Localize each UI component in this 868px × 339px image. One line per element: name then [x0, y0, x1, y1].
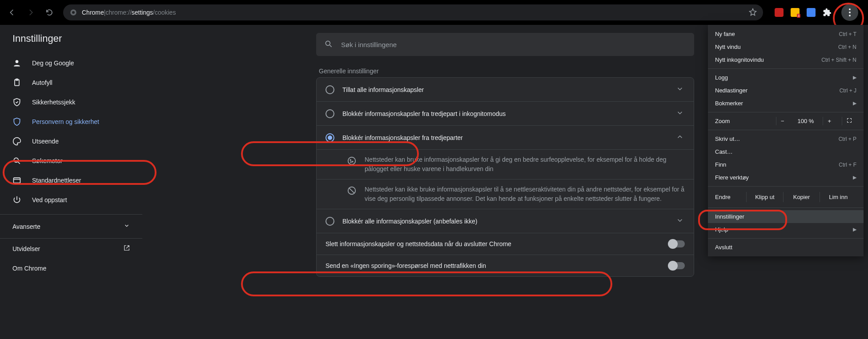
menu-new-tab[interactable]: Ny fane Ctrl + T	[708, 28, 864, 40]
menu-copy-button[interactable]: Kopier	[783, 192, 820, 202]
menu-label: Bokmerker	[715, 100, 743, 107]
radio-icon[interactable]	[326, 217, 334, 226]
option-label: Blokkér informasjonskapsler fra tredjepa…	[342, 110, 668, 117]
menu-label: Finn	[715, 161, 726, 168]
extensions-puzzle-icon[interactable]	[823, 8, 832, 17]
menu-downloads[interactable]: Nedlastinger Ctrl + J	[708, 84, 864, 97]
menu-label: Innstillinger	[715, 213, 744, 220]
option-description-1: Nettsteder kan bruke informasjonskapsler…	[317, 150, 694, 179]
menu-label: Avslutt	[715, 244, 732, 251]
menu-zoom-row: Zoom − 100 % +	[708, 115, 864, 128]
menu-new-window[interactable]: Nytt vindu Ctrl + N	[708, 40, 864, 53]
address-bar[interactable]: Chrome | chrome://settings/cookies	[63, 4, 763, 20]
submenu-arrow-icon: ▶	[853, 100, 856, 106]
sidebar-extensions-link[interactable]: Utvidelser	[0, 238, 142, 259]
search-icon	[12, 156, 21, 165]
fullscreen-button[interactable]	[842, 117, 856, 125]
menu-label: Nytt vindu	[715, 44, 741, 50]
sidebar-advanced-toggle[interactable]: Avanserte	[0, 214, 142, 238]
chrome-main-menu: Ny fane Ctrl + T Nytt vindu Ctrl + N Nyt…	[708, 25, 864, 256]
option-block-all[interactable]: Blokkér alle informasjonskapsler (anbefa…	[317, 209, 694, 233]
ublock-icon[interactable]	[775, 8, 784, 17]
option-block-incognito[interactable]: Blokkér informasjonskapsler fra tredjepa…	[317, 102, 694, 126]
sidebar-item-you-and-google[interactable]: Deg og Google	[0, 53, 134, 73]
zoom-value: 100 %	[795, 118, 817, 124]
settings-search[interactable]: Søk i innstillingene	[316, 33, 694, 56]
submenu-arrow-icon: ▶	[853, 75, 856, 80]
submenu-arrow-icon: ▶	[853, 227, 856, 232]
sidebar-item-on-startup[interactable]: Ved oppstart	[0, 190, 134, 210]
palette-icon	[12, 137, 21, 146]
sidebar-item-search-engine[interactable]: Søkemotor	[0, 151, 134, 171]
menu-cut-button[interactable]: Klipp ut	[746, 192, 783, 202]
sidebar-about-link[interactable]: Om Chrome	[0, 259, 142, 278]
menu-cast[interactable]: Cast…	[708, 145, 864, 158]
zoom-out-button[interactable]: −	[776, 117, 789, 125]
sidebar-item-default-browser[interactable]: Standardnettleser	[0, 171, 134, 190]
chevron-down-icon[interactable]	[676, 85, 685, 94]
option-clear-on-exit[interactable]: Slett informasjonskapsler og nettstedsda…	[317, 233, 694, 255]
settings-sidebar: Innstillinger Deg og Google Autofyll Sik…	[0, 25, 142, 339]
forward-button[interactable]	[23, 5, 38, 20]
sidebar-item-appearance[interactable]: Utseende	[0, 132, 134, 151]
chrome-menu-button[interactable]	[841, 4, 858, 21]
option-do-not-track[interactable]: Send en «Ingen sporing»-forespørsel med …	[317, 255, 694, 276]
menu-separator	[708, 207, 864, 208]
menu-edit-row: Endre Klipp ut Kopier Lim inn	[708, 189, 864, 205]
chevron-down-icon[interactable]	[676, 216, 685, 226]
sidebar-about-label: Om Chrome	[12, 265, 46, 272]
radio-icon[interactable]	[326, 109, 334, 118]
menu-zoom-label: Zoom	[715, 118, 730, 124]
menu-history[interactable]: Logg ▶	[708, 71, 864, 84]
menu-shortcut: Ctrl + T	[839, 31, 856, 37]
option-block-third-party[interactable]: Blokkér informasjonskapsler fra tredjepa…	[317, 126, 694, 150]
menu-settings[interactable]: Innstillinger	[708, 210, 864, 223]
toggle-switch[interactable]	[669, 240, 685, 247]
reload-button[interactable]	[42, 5, 57, 20]
extension-icon-2[interactable]: 3	[791, 8, 800, 17]
option-allow-all[interactable]: Tillat alle informasjonskapsler	[317, 78, 694, 102]
sidebar-item-label: Deg og Google	[32, 60, 74, 67]
shield-icon	[12, 117, 21, 126]
url-text: chrome://settings/cookies	[105, 9, 176, 16]
sidebar-item-autofill[interactable]: Autofyll	[0, 73, 134, 92]
menu-separator	[708, 112, 864, 112]
back-button[interactable]	[4, 5, 20, 20]
menu-print[interactable]: Skriv ut… Ctrl + P	[708, 132, 864, 145]
menu-paste-button[interactable]: Lim inn	[820, 192, 856, 202]
block-icon	[347, 186, 357, 203]
power-icon	[12, 195, 21, 204]
menu-quit[interactable]: Avslutt	[708, 241, 864, 254]
radio-icon-checked[interactable]	[326, 133, 334, 142]
chevron-up-icon[interactable]	[676, 133, 685, 142]
sidebar-item-label: Søkemotor	[32, 157, 62, 164]
sidebar-item-safety-check[interactable]: Sikkerhetssjekk	[0, 92, 134, 112]
menu-label: Cast…	[715, 148, 733, 155]
svg-point-12	[350, 160, 351, 160]
sidebar-item-label: Sikkerhetssjekk	[32, 99, 75, 106]
description-text: Nettsteder kan ikke bruke informasjonska…	[365, 185, 685, 203]
bookmark-star-icon[interactable]	[749, 8, 757, 17]
svg-point-2	[849, 8, 851, 10]
menu-bookmarks[interactable]: Bokmerker ▶	[708, 97, 864, 110]
option-label: Blokkér informasjonskapsler fra tredjepa…	[342, 134, 668, 141]
menu-incognito[interactable]: Nytt inkognitovindu Ctrl + Shift + N	[708, 53, 864, 66]
shield-check-icon	[12, 98, 21, 107]
menu-help[interactable]: Hjelp ▶	[708, 223, 864, 236]
zoom-in-button[interactable]: +	[823, 117, 836, 125]
extension-icon-3[interactable]	[807, 8, 816, 17]
svg-point-3	[849, 12, 851, 13]
radio-icon[interactable]	[326, 85, 334, 94]
toggle-switch[interactable]	[669, 262, 685, 269]
sidebar-item-label: Utseende	[32, 138, 59, 145]
menu-shortcut: Ctrl + P	[839, 136, 856, 142]
menu-shortcut: Ctrl + J	[840, 88, 856, 94]
sidebar-item-privacy-security[interactable]: Personvern og sikkerhet	[0, 112, 134, 132]
chevron-down-icon[interactable]	[676, 109, 685, 118]
menu-label: Nytt inkognitovindu	[715, 56, 764, 63]
menu-label: Logg	[715, 74, 728, 81]
menu-more-tools[interactable]: Flere verktøy ▶	[708, 171, 864, 184]
page-title: Innstillinger	[0, 33, 142, 53]
sidebar-item-label: Personvern og sikkerhet	[32, 118, 99, 125]
menu-find[interactable]: Finn Ctrl + F	[708, 158, 864, 171]
